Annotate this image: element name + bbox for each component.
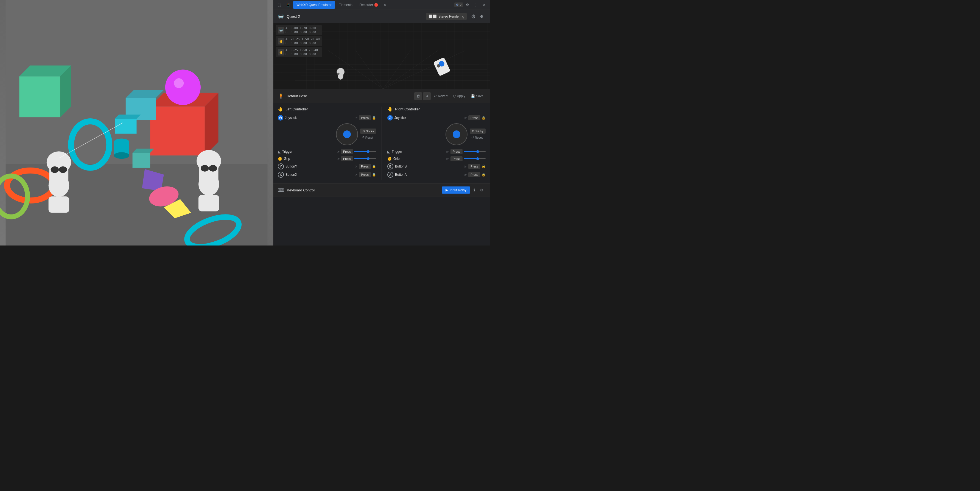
left-grip-row: ✊ Grip ☞ Press <box>278 156 376 161</box>
right-grip-press-btn[interactable]: Press <box>450 156 463 161</box>
transform-row-headset: 🥽 ✛ 0.00 1.70 0.00 ↻ 0.00 0.00 0.00 <box>275 25 322 35</box>
stereo-rendering-btn[interactable]: ⬜⬜ Stereo Rendering <box>426 13 467 20</box>
keyboard-section: ⌨ Keyboard Control ▶ Input Relay ℹ ⚙ <box>274 183 490 197</box>
right-joystick-pad[interactable] <box>445 123 468 145</box>
revert-btn[interactable]: ↩ Revert <box>432 93 450 99</box>
stereo-label: Stereo Rendering <box>438 14 464 18</box>
left-trigger-label: Trigger <box>282 150 293 153</box>
svg-rect-5 <box>150 106 205 155</box>
right-reset-btn[interactable]: ↺ Reset <box>470 135 485 140</box>
more-icon-btn[interactable]: ⋮ <box>472 1 480 9</box>
right-sticky-label: Sticky <box>476 130 484 133</box>
inspect-icon-btn[interactable]: ⬚ <box>275 1 283 9</box>
right-joystick-icon <box>387 115 393 121</box>
headset-transform-values: ✛ 0.00 1.70 0.00 ↻ 0.00 0.00 0.00 <box>285 26 316 34</box>
left-reset-btn[interactable]: ↺ Reset <box>360 135 376 140</box>
left-joystick-press-btn[interactable]: Press <box>359 115 371 120</box>
right-sticky-btn[interactable]: ⊙ Sticky <box>470 129 485 134</box>
right-buttonA-hand-icon: ☞ <box>464 173 467 177</box>
left-buttonY-label: ButtonY <box>285 164 297 168</box>
tab-elements[interactable]: Elements <box>336 1 356 9</box>
left-joystick-pad[interactable] <box>336 123 358 145</box>
left-buttonY-press-group: ☞ Press 🔒 <box>355 164 376 169</box>
left-joystick-row: Joystick ☞ Press 🔒 <box>278 115 376 121</box>
right-controller-label: Right Controller <box>395 107 420 111</box>
right-buttonB-press-group: ☞ Press 🔒 <box>464 164 485 169</box>
left-buttonX-press-btn[interactable]: Press <box>359 172 371 177</box>
left-grip-label: Grip <box>284 157 290 161</box>
power-icon-btn[interactable]: ⏻ <box>469 12 477 21</box>
devtools-panel: ⬚ 📱 WebXR Quest Emulator Elements Record… <box>273 0 490 246</box>
left-trigger-slider[interactable] <box>354 151 376 152</box>
left-trigger-hand-icon: ☞ <box>337 150 340 154</box>
headset-pos: ✛ 0.00 1.70 0.00 <box>285 26 316 30</box>
left-buttonX-hand-icon: ☞ <box>355 173 358 177</box>
left-reset-icon: ↺ <box>362 136 364 139</box>
svg-rect-16 <box>115 119 137 134</box>
right-joystick-actions: ⊙ Sticky ↺ Reset <box>470 129 485 140</box>
left-sticky-btn[interactable]: ⊙ Sticky <box>360 129 376 134</box>
right-buttonB-label-area: B ButtonB <box>387 163 415 169</box>
left-buttonY-hand-icon: ☞ <box>355 164 358 169</box>
gear-icon-btn[interactable]: ⚙ <box>477 12 485 21</box>
tab-recorder[interactable]: Recorder 🔴 <box>356 1 382 9</box>
right-grip-slider[interactable] <box>464 158 485 159</box>
right-sticky-icon: ⊙ <box>472 129 474 133</box>
right-buttonA-circle: A <box>387 172 393 178</box>
svg-point-53 <box>337 73 340 75</box>
apply-btn[interactable]: ⬡ Apply <box>451 93 468 99</box>
info-btn[interactable]: ℹ <box>470 186 478 194</box>
right-ctrl-transform-icon[interactable]: 🤚 <box>278 49 285 56</box>
right-trigger-label: Trigger <box>392 150 402 153</box>
input-relay-btn[interactable]: ▶ Input Relay <box>442 187 470 194</box>
right-joystick-label: Joystick <box>395 116 406 120</box>
right-trigger-hand-icon: ☞ <box>446 150 449 154</box>
tab-more[interactable]: » <box>382 2 388 8</box>
svg-point-31 <box>200 165 209 172</box>
left-joystick-icon <box>278 115 283 121</box>
headset-name: Quest 2 <box>286 14 426 19</box>
close-icon-btn[interactable]: ✕ <box>480 1 488 9</box>
delete-pose-btn[interactable]: 🗑 <box>414 92 422 100</box>
save-label: Save <box>476 94 484 98</box>
webxr-header: 🥽 Quest 2 ⬜⬜ Stereo Rendering ⏻ ⚙ <box>274 10 490 23</box>
left-buttonX-lock-icon: 🔒 <box>372 173 376 177</box>
right-joystick-row: Joystick ☞ Press 🔒 <box>387 115 485 121</box>
tab-recorder-label: Recorder 🔴 <box>360 3 378 7</box>
right-buttonA-press-btn[interactable]: Press <box>468 172 480 177</box>
headset-transform-icon[interactable]: 🥽 <box>278 27 285 33</box>
left-sticky-icon: ⊙ <box>362 129 365 133</box>
keyboard-settings-btn[interactable]: ⚙ <box>478 186 485 194</box>
vr-viewport <box>0 0 273 246</box>
left-joystick-label: Joystick <box>285 116 297 120</box>
left-joystick-dot <box>343 131 351 138</box>
left-buttonY-press-btn[interactable]: Press <box>359 164 371 169</box>
right-buttonA-row: A ButtonA ☞ Press 🔒 <box>387 172 485 178</box>
left-buttonX-label: ButtonX <box>285 173 297 177</box>
right-trigger-press-btn[interactable]: Press <box>450 149 463 154</box>
headset-icon: 🥽 <box>278 13 284 19</box>
left-grip-slider[interactable] <box>354 158 376 159</box>
left-joystick-lock-icon: 🔒 <box>372 116 376 120</box>
device-icon-btn[interactable]: 📱 <box>285 1 292 9</box>
left-trigger-press-btn[interactable]: Press <box>341 149 353 154</box>
left-grip-press-btn[interactable]: Press <box>341 156 353 161</box>
svg-point-59 <box>280 118 281 118</box>
svg-point-25 <box>51 166 59 173</box>
pose-controls: 🧍 Default Pose 🗑 ↺ ↩ Revert ⬡ Apply 💾 <box>274 89 490 103</box>
right-joystick-press-btn[interactable]: Press <box>468 115 480 120</box>
left-ctrl-transform-icon[interactable]: 🤚 <box>278 38 285 45</box>
tab-elements-label: Elements <box>339 3 352 7</box>
left-grip-icon: ✊ <box>278 157 282 161</box>
save-btn[interactable]: 💾 Save <box>469 93 485 99</box>
right-buttonB-press-btn[interactable]: Press <box>468 164 480 169</box>
input-relay-label: Input Relay <box>450 188 466 192</box>
badge: 2 <box>460 3 461 6</box>
right-grip-controls: ☞ Press <box>446 156 485 161</box>
transform-panel: 🥽 ✛ 0.00 1.70 0.00 ↻ 0.00 0.00 0.00 <box>275 25 322 57</box>
left-grip-controls: ☞ Press <box>337 156 376 161</box>
reset-pose-btn[interactable]: ↺ <box>423 92 431 100</box>
tab-webxr[interactable]: WebXR Quest Emulator <box>293 1 335 9</box>
settings-icon-btn[interactable]: ⚙ <box>464 1 471 9</box>
right-trigger-slider[interactable] <box>464 151 485 152</box>
